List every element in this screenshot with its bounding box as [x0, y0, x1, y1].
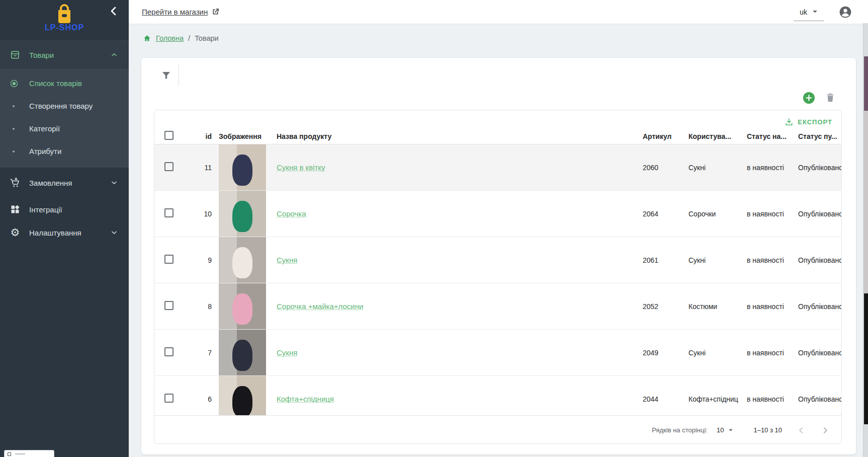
- table-row[interactable]: 6 Кофта+спідниця 2044 Кофта+спідниц в на…: [154, 376, 841, 415]
- logo-text: LP-SHOP: [0, 23, 129, 32]
- row-sku: 2052: [636, 302, 681, 311]
- row-sku: 2060: [636, 164, 681, 172]
- go-to-shop-label: Перейти в магазин: [142, 8, 208, 16]
- pagination-bar: Рядків на сторінці: 10 1–10 з 10: [154, 415, 841, 444]
- download-icon: [785, 118, 793, 126]
- breadcrumb-home-link[interactable]: Головна: [156, 34, 184, 42]
- product-link[interactable]: Сорочка: [277, 209, 306, 218]
- row-checkbox[interactable]: [164, 255, 173, 264]
- account-icon[interactable]: [839, 6, 852, 19]
- edge-segment: [864, 56, 868, 111]
- logo[interactable]: LP-SHOP: [0, 0, 129, 40]
- sidebar-item-label: Атрибути: [29, 147, 61, 156]
- sidebar-item-integrations[interactable]: Інтеграції: [0, 198, 129, 221]
- home-icon: [143, 34, 151, 42]
- products-table-card: ЕКСПОРТ id Зображення Назва продукту Арт…: [154, 110, 842, 444]
- export-label: ЕКСПОРТ: [798, 118, 832, 126]
- product-image[interactable]: [219, 330, 266, 375]
- chevron-down-icon: [111, 179, 118, 186]
- row-category: Сукні: [681, 164, 740, 172]
- product-link[interactable]: Кофта+спідниця: [277, 395, 334, 403]
- bullet-dot-icon: [13, 105, 15, 107]
- go-to-shop-link[interactable]: Перейти в магазин: [142, 8, 220, 16]
- topbar: Перейти в магазин uk: [129, 0, 868, 24]
- filter-button[interactable]: [159, 69, 172, 82]
- row-stock-status: в наявності: [740, 349, 791, 357]
- export-button[interactable]: ЕКСПОРТ: [785, 118, 832, 126]
- caret-down-icon: [728, 429, 733, 432]
- rows-per-page-select[interactable]: 10: [717, 426, 733, 434]
- pagination-prev-icon[interactable]: [796, 425, 806, 435]
- sidebar-item-label: Створення товару: [29, 102, 93, 110]
- product-image[interactable]: [219, 237, 266, 283]
- row-publish-status: Опубліковано: [791, 164, 841, 172]
- sidebar-item-attributes[interactable]: Атрибути: [0, 140, 129, 163]
- sidebar-item-settings[interactable]: ⚙ Налаштування: [0, 221, 129, 244]
- breadcrumb: Головна / Товари: [143, 34, 219, 42]
- header-stock-status: Статус на...: [740, 132, 791, 140]
- rows-per-page-value: 10: [717, 426, 724, 434]
- products-box-icon: [10, 49, 21, 60]
- sidebar-item-label: Замовлення: [29, 179, 72, 187]
- caret-down-icon: [812, 10, 818, 14]
- row-id: 7: [183, 349, 212, 357]
- row-id: 11: [183, 164, 212, 172]
- sidebar: LP-SHOP Товари: [0, 0, 129, 457]
- table-row[interactable]: 9 Сукня 2061 Сукні в наявності Опубліков…: [154, 237, 841, 283]
- row-checkbox[interactable]: [164, 347, 173, 356]
- row-id: 9: [183, 256, 212, 264]
- table-header-row: id Зображення Назва продукту Артикул Кор…: [154, 128, 841, 144]
- admin-app: LP-SHOP Товари: [0, 0, 868, 457]
- delete-selected-button[interactable]: [825, 92, 836, 104]
- chevron-down-icon: [111, 229, 118, 236]
- row-category: Кофта+спідниц: [681, 395, 740, 403]
- product-link[interactable]: Сукня в квітку: [277, 163, 325, 172]
- table-row[interactable]: 8 Сорочка +майка+лосини 2052 Костюми в н…: [154, 283, 841, 330]
- product-image[interactable]: [219, 283, 266, 329]
- row-sku: 2061: [636, 256, 681, 264]
- row-publish-status: Опубліковано: [791, 256, 841, 264]
- row-checkbox[interactable]: [164, 162, 173, 171]
- row-id: 10: [183, 210, 212, 218]
- sidebar-item-orders[interactable]: Замовлення: [0, 168, 129, 198]
- product-link[interactable]: Сукня: [277, 256, 297, 264]
- sidebar-item-products[interactable]: Товари: [0, 41, 129, 69]
- header-id: id: [183, 132, 212, 140]
- sidebar-item-create-product[interactable]: Створення товару: [0, 95, 129, 117]
- product-image[interactable]: [219, 376, 266, 415]
- row-category: Сукні: [681, 256, 740, 264]
- external-link-icon: [211, 8, 220, 16]
- sidebar-item-label: Товари: [29, 51, 54, 59]
- add-product-button[interactable]: [803, 92, 815, 104]
- table-row[interactable]: 11 Сукня в квітку 2060 Сукні в наявності…: [154, 144, 841, 191]
- row-publish-status: Опубліковано: [791, 395, 841, 403]
- product-image[interactable]: [219, 191, 266, 237]
- product-image[interactable]: [219, 144, 266, 190]
- row-stock-status: в наявності: [740, 256, 791, 264]
- sidebar-item-categories[interactable]: Категорії: [0, 117, 129, 140]
- plus-icon: [806, 95, 812, 101]
- gear-icon: ⚙: [10, 227, 21, 238]
- row-checkbox[interactable]: [164, 208, 173, 217]
- sidebar-item-product-list[interactable]: Список товарів: [0, 72, 129, 95]
- sidebar-collapse-icon[interactable]: [108, 5, 120, 17]
- header-image: Зображення: [212, 128, 270, 144]
- product-link[interactable]: Сорочка +майка+лосини: [277, 302, 363, 311]
- table-row[interactable]: 7 Сукня 2049 Сукні в наявності Опубліков…: [154, 330, 841, 376]
- filter-divider: [179, 64, 179, 86]
- bullet-dot-icon: [13, 150, 15, 153]
- language-select[interactable]: uk: [794, 6, 824, 21]
- breadcrumb-separator: /: [188, 34, 190, 42]
- sidebar-item-label: Список товарів: [29, 79, 82, 88]
- select-all-checkbox[interactable]: [164, 131, 173, 140]
- row-stock-status: в наявності: [740, 302, 791, 311]
- product-link[interactable]: Сукня: [277, 348, 297, 357]
- edge-segment: [864, 293, 868, 424]
- row-checkbox[interactable]: [164, 301, 173, 310]
- row-id: 6: [183, 395, 212, 403]
- bottom-left-overlay[interactable]: [4, 450, 54, 457]
- row-sku: 2044: [636, 395, 681, 403]
- row-checkbox[interactable]: [164, 394, 173, 403]
- table-row[interactable]: 10 Сорочка 2064 Сорочки в наявності Опуб…: [154, 191, 841, 237]
- pagination-next-icon[interactable]: [820, 425, 830, 435]
